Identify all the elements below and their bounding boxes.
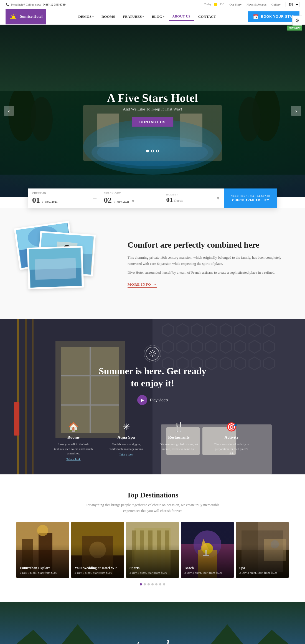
logo[interactable]: Sunrise Hotel bbox=[6, 9, 46, 24]
guests-text: Guests bbox=[174, 199, 183, 203]
chevron-down-icon: ▾ bbox=[163, 15, 164, 18]
hero-dot-1[interactable] bbox=[146, 150, 149, 152]
today-label: Today 1°C bbox=[204, 2, 225, 7]
nav-item-features[interactable]: FEATURES ▾ bbox=[120, 13, 147, 21]
hero-section: ‹ › A Five Stars Hotel And We Like To Ke… bbox=[0, 25, 305, 197]
dest-card-2[interactable]: Your Wedding at Hotel WP 2 Day 3 night, … bbox=[71, 522, 124, 578]
dest-dot-7[interactable] bbox=[163, 583, 165, 585]
guests-field[interactable]: NUMBER 01 Guests ▾ bbox=[162, 188, 224, 208]
nav-item-contact[interactable]: CONTACT bbox=[195, 13, 219, 21]
dest-dot-6[interactable] bbox=[159, 583, 161, 585]
feature-spa-link[interactable]: Take a look bbox=[107, 453, 146, 456]
dest-price-3: 2 Day 3 night, Start from $500 bbox=[129, 571, 176, 574]
travel-section: travel Get up to 20% off on your next Ch… bbox=[0, 602, 305, 644]
svg-point-11 bbox=[238, 97, 261, 141]
feature-activity-desc: There was a lot of activity in preparati… bbox=[212, 442, 251, 456]
chevron-down-icon: ▾ bbox=[217, 195, 219, 201]
booking-help: NEED HELP (+12) 34-567-89 bbox=[231, 195, 271, 197]
svg-line-4 bbox=[11, 15, 12, 16]
checkin-field[interactable]: CHECK-IN 01 . Nov. 2021 bbox=[28, 188, 90, 208]
hero-prev-button[interactable]: ‹ bbox=[4, 106, 14, 116]
hero-next-button[interactable]: › bbox=[291, 106, 301, 116]
checkout-field[interactable]: CHECK-OUT 02 . Nov. 2021 ▾ bbox=[100, 188, 162, 208]
contact-us-button[interactable]: CONTACT US bbox=[132, 117, 173, 127]
svg-line-53 bbox=[154, 356, 155, 356]
booking-bar: CHECK-IN 01 . Nov. 2021 → CHECK-OUT 02 .… bbox=[28, 188, 277, 208]
dest-card-3[interactable]: Sports 2 Day 3 night, Start from $500 bbox=[126, 522, 179, 578]
checkout-day: 02 bbox=[104, 196, 112, 205]
dest-card-5[interactable]: Spa 2 Day 3 night, Start from $500 bbox=[236, 522, 289, 578]
language-select[interactable]: EN bbox=[286, 2, 299, 7]
book-stay-button[interactable]: 📅 BOOK YOUR STAY bbox=[248, 11, 299, 22]
feature-rooms-desc: Lose yourself in the lush textures, rich… bbox=[54, 442, 93, 456]
svg-line-52 bbox=[150, 351, 151, 352]
arrow-right-icon: → bbox=[153, 282, 157, 287]
dest-info-5: Spa 2 Day 3 night, Start from $500 bbox=[236, 562, 289, 578]
hero-title: A Five Stars Hotel bbox=[107, 91, 198, 105]
comfort-title: Comfort are perfectly combined here bbox=[128, 239, 288, 250]
feature-rooms: 🏠 Rooms Lose yourself in the lush textur… bbox=[54, 422, 93, 461]
feature-restaurant-title: Restaurants bbox=[159, 435, 198, 440]
guests-count: 01 bbox=[166, 196, 173, 203]
dest-card-1[interactable]: Futurethon Explore 2 Day 3 night, Start … bbox=[16, 522, 69, 578]
phone-label: Need help? Call us now: bbox=[11, 3, 41, 6]
hero-subtitle: And We Like To Keep It That Way! bbox=[107, 107, 198, 112]
dest-name-5: Spa bbox=[239, 566, 285, 570]
chevron-down-icon: ▾ bbox=[143, 15, 144, 18]
guests-info: NUMBER 01 Guests bbox=[166, 193, 183, 203]
destination-dots bbox=[8, 583, 297, 585]
our-story-link[interactable]: Our Story bbox=[230, 3, 242, 6]
dest-card-4[interactable]: Beach 2 Day 3 night, Start from $500 bbox=[181, 522, 234, 578]
guests-label: NUMBER bbox=[166, 193, 183, 196]
dest-info-3: Sports 2 Day 3 night, Start from $500 bbox=[126, 562, 179, 578]
dest-name-1: Futurethon Explore bbox=[20, 566, 66, 570]
comfort-section: Comfort are perfectly combined here This… bbox=[0, 208, 305, 319]
more-info-link[interactable]: MORE INFO → bbox=[128, 282, 157, 288]
top-bar: 📞 Need help? Call us now: (+88) 12 345 6… bbox=[0, 0, 305, 9]
dest-dot-4[interactable] bbox=[151, 583, 154, 585]
dest-dot-1[interactable] bbox=[140, 583, 142, 585]
dest-dot-5[interactable] bbox=[155, 583, 157, 585]
gallery-link[interactable]: Gallery bbox=[271, 3, 281, 6]
booking-arrow: → bbox=[90, 188, 100, 208]
check-availability-button[interactable]: NEED HELP (+12) 34-567-89 Check Availabi… bbox=[224, 188, 277, 208]
hero-dot-3[interactable] bbox=[156, 150, 159, 152]
feature-restaurant-desc: Discover our global cuisine, set menus, … bbox=[159, 442, 198, 451]
checkin-label: CHECK-IN bbox=[32, 192, 85, 195]
comfort-photos bbox=[17, 225, 111, 302]
gear-icon: ⚙ bbox=[295, 17, 299, 24]
dest-info-2: Your Wedding at Hotel WP 2 Day 3 night, … bbox=[71, 562, 124, 578]
nav-item-demos[interactable]: DEMOS ▾ bbox=[75, 13, 97, 21]
main-nav: Sunrise Hotel DEMOS ▾ ROOMS FEATURES ▾ B… bbox=[0, 9, 305, 25]
nav-item-blog[interactable]: BLOG ▾ bbox=[148, 13, 168, 21]
feature-rooms-link[interactable]: Take a look bbox=[54, 457, 93, 461]
checkout-month: Nov. 2021 bbox=[117, 200, 129, 203]
news-awards-link[interactable]: News & Awards bbox=[246, 3, 266, 6]
dest-dot-2[interactable] bbox=[144, 583, 146, 585]
dest-dot-3[interactable] bbox=[148, 583, 150, 585]
destinations-grid: Futurethon Explore 2 Day 3 night, Start … bbox=[8, 522, 297, 578]
hero-dot-2[interactable] bbox=[151, 150, 154, 152]
restaurant-icon: 🍴 bbox=[159, 422, 198, 432]
travel-subtitle: travel bbox=[86, 638, 219, 644]
top-bar-left: 📞 Need help? Call us now: (+88) 12 345 6… bbox=[6, 3, 66, 6]
nav-item-about[interactable]: ABOUT US bbox=[169, 12, 194, 21]
nav-links: DEMOS ▾ ROOMS FEATURES ▾ BLOG ▾ ABOUT US… bbox=[75, 12, 219, 21]
destinations-subtitle: For anything that brings people together… bbox=[83, 502, 222, 514]
checkout-label: CHECK-OUT bbox=[104, 192, 157, 195]
svg-point-0 bbox=[12, 16, 15, 19]
svg-line-54 bbox=[154, 351, 155, 352]
summer-content: Summer is here. Get readyto enjoy it! ▶ … bbox=[0, 319, 305, 461]
dest-price-5: 2 Day 3 night, Start from $500 bbox=[239, 571, 285, 574]
feature-spa: ✳ Aqua Spa Finnish sauna and gym, comfor… bbox=[107, 422, 146, 461]
nav-item-rooms[interactable]: ROOMS bbox=[98, 13, 118, 21]
summer-title: Summer is here. Get readyto enjoy it! bbox=[0, 365, 305, 389]
buy-now-badge[interactable]: Buy Now bbox=[287, 26, 302, 31]
settings-button[interactable]: ⚙ bbox=[292, 16, 302, 26]
play-video-button[interactable]: ▶ Play video bbox=[137, 395, 168, 405]
hero-dots bbox=[146, 150, 159, 152]
feature-activity: 🎯 Activity There was a lot of activity i… bbox=[212, 422, 251, 461]
svg-point-10 bbox=[30, 97, 53, 141]
calendar-icon: 📅 bbox=[253, 14, 259, 19]
dest-info-4: Beach 2 Day 3 night, Start from $500 bbox=[181, 562, 234, 578]
